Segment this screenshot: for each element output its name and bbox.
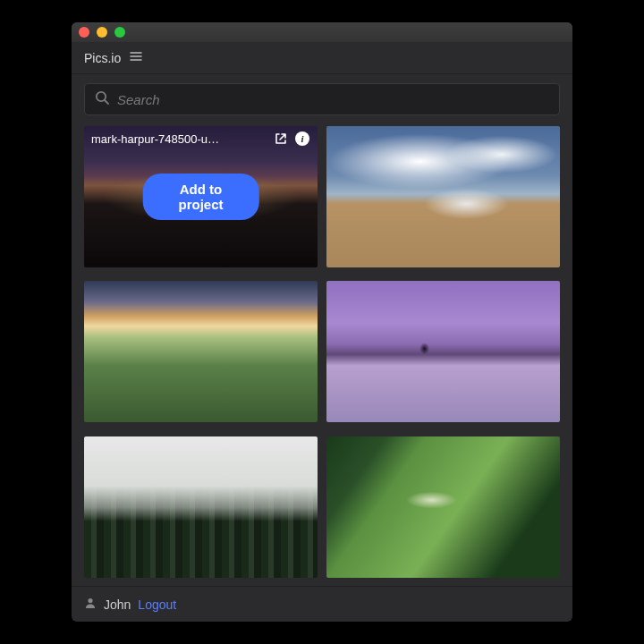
- svg-line-1: [105, 100, 108, 104]
- open-external-icon[interactable]: [273, 131, 289, 147]
- gallery-item[interactable]: [326, 436, 560, 578]
- username: John: [104, 597, 131, 612]
- window-controls: [79, 27, 125, 38]
- search-icon: [94, 89, 110, 109]
- thumbnail-image: [326, 281, 560, 422]
- gallery-item[interactable]: mark-harpur-748500-u… i Add to project: [84, 126, 318, 267]
- user-icon: [84, 597, 97, 612]
- app-header: Pics.io: [72, 42, 572, 74]
- search-field[interactable]: [84, 83, 560, 115]
- svg-point-2: [88, 598, 92, 603]
- gallery-scroll[interactable]: mark-harpur-748500-u… i Add to project: [72, 123, 572, 586]
- gallery-item[interactable]: [326, 281, 560, 422]
- thumbnail-header: mark-harpur-748500-u… i: [84, 126, 318, 151]
- gallery-item[interactable]: [84, 281, 318, 422]
- search-input[interactable]: [117, 92, 550, 107]
- close-window-button[interactable]: [79, 27, 89, 38]
- menu-icon[interactable]: [130, 50, 142, 65]
- app-title: Pics.io: [84, 51, 121, 65]
- thumbnail-image: [84, 436, 318, 578]
- gallery-grid: mark-harpur-748500-u… i Add to project: [72, 123, 567, 586]
- minimize-window-button[interactable]: [97, 27, 107, 38]
- gallery-item[interactable]: [84, 436, 318, 578]
- thumbnail-image: [84, 281, 318, 422]
- gallery-item[interactable]: [326, 126, 560, 267]
- thumbnail-image: [326, 126, 560, 267]
- footer: John Logout: [72, 586, 572, 622]
- info-icon[interactable]: i: [294, 131, 310, 147]
- maximize-window-button[interactable]: [114, 27, 125, 38]
- titlebar: [72, 22, 572, 42]
- search-bar: [72, 74, 572, 123]
- thumbnail-filename: mark-harpur-748500-u…: [91, 132, 267, 146]
- thumbnail-image: [326, 436, 560, 578]
- add-to-project-button[interactable]: Add to project: [142, 174, 259, 220]
- logout-link[interactable]: Logout: [138, 597, 176, 612]
- app-window: Pics.io mark-harpur-748500-u…: [72, 22, 572, 622]
